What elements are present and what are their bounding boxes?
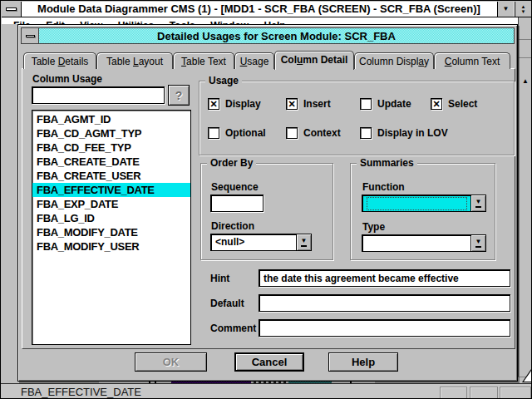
order-by-group-label: Order By — [207, 157, 256, 169]
tab-column-display[interactable]: Column Display — [354, 52, 434, 69]
tab-usage[interactable]: Usage — [234, 52, 274, 69]
dialog-titlebar: Detailed Usages for Screen Module: SCR_F… — [21, 27, 515, 44]
list-item[interactable]: FBA_CD_FEE_TYP — [32, 140, 190, 155]
column-list: FBA_AGMT_ID FBA_CD_AGMT_TYP FBA_CD_FEE_T… — [32, 110, 191, 345]
checkbox-display[interactable]: ✕ Display — [208, 98, 261, 110]
minimize-icon: ▼ — [503, 7, 510, 12]
list-item[interactable]: FBA_MODIFY_DATE — [32, 225, 190, 239]
checkbox-context[interactable]: Context — [286, 127, 341, 139]
direction-dropdown-button[interactable]: ▼ — [296, 234, 312, 251]
main-titlebar: Module Data Diagrammer CMS (1) - [MDD1 -… — [2, 2, 531, 17]
type-combo[interactable]: ▼ — [362, 234, 486, 252]
list-item[interactable]: FBA_MODIFY_USER — [32, 239, 190, 254]
list-item[interactable]: FBA_CD_AGMT_TYP — [32, 126, 190, 140]
detailed-usages-dialog: Detailed Usages for Screen Module: SCR_F… — [17, 24, 518, 382]
scroll-up-icon: ▲ — [522, 77, 529, 85]
checkbox-display-in-lov[interactable]: Display in LOV — [360, 127, 448, 139]
summaries-group-label: Summaries — [357, 157, 417, 169]
tab-table-layout[interactable]: Table Layout — [96, 52, 173, 69]
column-usage-input[interactable] — [32, 86, 165, 104]
status-panel-1 — [440, 387, 467, 399]
chevron-down-icon: ▼ — [475, 199, 482, 208]
checkbox-display-box[interactable]: ✕ — [208, 98, 219, 110]
direction-combo[interactable]: <null> ▼ — [210, 234, 312, 251]
chevron-down-icon: ▼ — [475, 239, 482, 248]
screen: Module Data Diagrammer CMS (1) - [MDD1 -… — [0, 0, 532, 399]
list-item[interactable]: FBA_CREATE_USER — [32, 169, 190, 183]
comment-input[interactable] — [259, 319, 510, 337]
tab-table-text[interactable]: Table Text — [173, 52, 234, 69]
scrollbar-divider — [519, 57, 532, 58]
status-panel-3 — [500, 387, 531, 399]
list-item[interactable]: FBA_AGMT_ID — [32, 112, 190, 126]
function-value — [362, 195, 470, 212]
checkbox-optional-box[interactable] — [208, 127, 219, 139]
tabstrip: Table Details Table Layout Table Text Us… — [23, 50, 510, 69]
direction-label: Direction — [211, 220, 254, 232]
tab-column-text[interactable]: Column Text — [434, 52, 510, 69]
system-menu-icon — [6, 7, 17, 11]
type-value — [362, 234, 470, 252]
list-item[interactable]: FBA_LG_ID — [32, 211, 190, 225]
help-button[interactable]: Help — [328, 352, 398, 372]
checkbox-optional[interactable]: Optional — [208, 127, 266, 139]
restore-button[interactable]: ▲ ▼ — [515, 2, 531, 17]
order-by-group: Order By Sequence Direction <null> ▼ — [200, 163, 333, 260]
restore-down-icon: ▼ — [521, 9, 526, 14]
column-detail-panel: Column Usage ? FBA_AGMT_ID FBA_CD_AGMT_T… — [22, 68, 515, 349]
hint-label: Hint — [210, 273, 229, 284]
list-item-selected[interactable]: FBA_EFFECTIVE_DATE — [32, 183, 190, 197]
checkbox-select-box[interactable]: ✕ — [431, 98, 442, 110]
function-combo[interactable]: ▼ — [362, 195, 486, 212]
dialog-title-area: Detailed Usages for Screen Module: SCR_F… — [39, 27, 515, 44]
checkbox-context-box[interactable] — [286, 127, 298, 139]
window-title: Module Data Diagrammer CMS (1) - [MDD1 -… — [25, 2, 493, 15]
list-item[interactable]: FBA_CREATE_DATE — [32, 155, 190, 169]
status-text: FBA_EFFECTIVE_DATE — [21, 386, 141, 398]
checkbox-display-in-lov-box[interactable] — [360, 127, 372, 139]
dialog-system-menu-button[interactable] — [21, 27, 39, 44]
function-label: Function — [362, 181, 405, 193]
cancel-button[interactable]: Cancel — [234, 352, 304, 372]
tab-column-detail[interactable]: Column Detail — [274, 51, 354, 70]
lov-button[interactable]: ? — [168, 85, 190, 106]
list-item[interactable]: FBA_EXP_DATE — [32, 197, 190, 211]
type-dropdown-button[interactable]: ▼ — [470, 234, 486, 252]
summaries-group: Summaries Function ▼ Type ▼ — [350, 163, 495, 260]
usage-group: Usage ✕ Display ✕ Insert Update ✕ Select — [199, 81, 515, 155]
menubar: File Edit View Utilities Tools Window He… — [2, 17, 531, 24]
function-dropdown-button[interactable]: ▼ — [470, 195, 486, 212]
statusbar: FBA_EFFECTIVE_DATE — [1, 383, 532, 399]
checkbox-insert[interactable]: ✕ Insert — [286, 98, 331, 110]
scrollbar-divider — [519, 39, 532, 40]
checkbox-select[interactable]: ✕ Select — [431, 98, 477, 110]
checkbox-update[interactable]: Update — [360, 98, 411, 110]
default-label: Default — [210, 298, 244, 309]
default-input[interactable] — [259, 294, 510, 312]
sequence-label: Sequence — [211, 181, 259, 193]
system-menu-button[interactable] — [2, 2, 22, 17]
comment-label: Comment — [210, 323, 256, 334]
direction-value: <null> — [210, 234, 296, 251]
ok-button: OK — [135, 352, 207, 372]
checkbox-update-box[interactable] — [360, 98, 372, 110]
minimize-button[interactable]: ▼ — [497, 2, 514, 17]
chevron-down-icon: ▼ — [301, 238, 308, 247]
hint-input[interactable] — [259, 269, 510, 287]
type-label: Type — [362, 221, 385, 233]
sequence-input[interactable] — [210, 195, 264, 212]
tab-table-details[interactable]: Table Details — [23, 52, 96, 69]
column-usage-label: Column Usage — [32, 73, 102, 85]
background-scrollbar[interactable]: ▲ — [518, 17, 532, 382]
dialog-system-menu-icon — [26, 35, 35, 37]
checkbox-insert-box[interactable]: ✕ — [286, 98, 298, 110]
status-panel-2 — [470, 387, 498, 399]
dialog-title: Detailed Usages for Screen Module: SCR_F… — [157, 30, 396, 42]
usage-group-label: Usage — [205, 75, 242, 86]
lov-question-icon: ? — [175, 89, 183, 102]
